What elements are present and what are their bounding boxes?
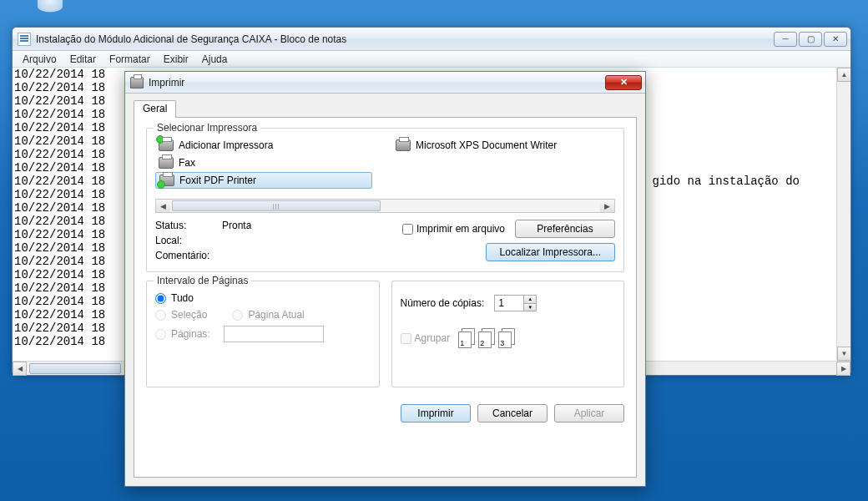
scroll-right-button[interactable]: ▶: [600, 200, 614, 212]
collate-icon: 11 22 33: [458, 328, 515, 348]
group-title: Selecionar Impressora: [154, 122, 260, 134]
group-copies: Número de cópias: ▲ ▼ Agrupar: [391, 281, 625, 387]
collate-checkbox: Agrupar: [401, 332, 451, 344]
scroll-thumb[interactable]: [172, 200, 381, 211]
scroll-down-button[interactable]: ▼: [837, 347, 850, 361]
notepad-title: Instalação do Módulo Adicional de Segura…: [36, 33, 772, 45]
maximize-button[interactable]: ▢: [799, 32, 822, 47]
printer-foxit[interactable]: Foxit PDF Printer: [155, 172, 372, 189]
printer-icon: [159, 175, 174, 186]
radio-all[interactable]: [155, 293, 166, 304]
local-label: Local:: [155, 235, 222, 246]
menu-format[interactable]: Formatar: [103, 52, 157, 67]
printer-add[interactable]: Adicionar Impressora: [155, 137, 372, 154]
print-dialog: Imprimir ✕ Geral Selecionar Impressora A…: [124, 71, 646, 487]
print-dialog-title: Imprimir: [149, 77, 605, 89]
group-title: Intervalo de Páginas: [154, 275, 251, 286]
radio-selection: [155, 310, 166, 321]
radio-pages: [155, 329, 166, 340]
minimize-button[interactable]: ─: [774, 32, 797, 47]
menu-file[interactable]: Arquivo: [16, 52, 63, 67]
spinner-down[interactable]: ▼: [524, 304, 536, 311]
scroll-up-button[interactable]: ▲: [837, 68, 850, 82]
find-printer-button[interactable]: Localizar Impressora...: [486, 243, 615, 261]
print-to-file-input[interactable]: [402, 224, 413, 235]
cancel-button[interactable]: Cancelar: [477, 404, 548, 423]
notepad-menubar: Arquivo Editar Formatar Exibir Ajuda: [13, 51, 850, 68]
pages-input[interactable]: [224, 326, 324, 342]
desktop-icon: [38, 0, 63, 13]
radio-pages-row: Páginas:: [155, 326, 371, 342]
printer-fax[interactable]: Fax: [155, 154, 372, 171]
spinner-up[interactable]: ▲: [524, 296, 536, 304]
menu-view[interactable]: Exibir: [157, 52, 195, 67]
tabpanel-general: Selecionar Impressora Adicionar Impresso…: [134, 117, 637, 478]
print-titlebar[interactable]: Imprimir ✕: [125, 72, 645, 94]
printer-xps[interactable]: Microsoft XPS Document Writer: [392, 137, 609, 154]
printer-list-scrollbar[interactable]: ◀ ▶: [155, 199, 615, 213]
printer-icon: [396, 139, 411, 151]
menu-edit[interactable]: Editar: [63, 52, 103, 67]
close-button[interactable]: ✕: [605, 75, 642, 90]
radio-all-row[interactable]: Tudo: [155, 292, 371, 304]
radio-current-row: Página Atual: [232, 309, 304, 321]
printer-label: Fax: [179, 157, 195, 169]
tabstrip: Geral: [134, 99, 637, 117]
copies-label: Número de cópias:: [401, 297, 485, 309]
printer-label: Foxit PDF Printer: [179, 175, 256, 186]
print-button[interactable]: Imprimir: [401, 404, 471, 423]
notepad-icon: [18, 33, 31, 46]
comment-label: Comentário:: [155, 250, 222, 261]
notepad-titlebar[interactable]: Instalação do Módulo Adicional de Segura…: [13, 28, 850, 51]
group-page-range: Intervalo de Páginas Tudo Seleção Página…: [146, 281, 380, 387]
status-label: Status:: [155, 220, 222, 231]
apply-button: Aplicar: [554, 404, 624, 423]
radio-current: [232, 310, 243, 321]
dialog-footer: Imprimir Cancelar Aplicar: [146, 404, 624, 423]
scroll-left-button[interactable]: ◀: [13, 362, 27, 376]
print-to-file-checkbox[interactable]: Imprimir em arquivo: [402, 223, 505, 235]
scroll-thumb[interactable]: [29, 363, 121, 374]
radio-selection-row: Seleção: [155, 309, 207, 321]
scroll-left-button[interactable]: ◀: [156, 200, 170, 212]
printer-icon: [159, 157, 174, 169]
printer-status-block: Status:Pronta Local: Comentário:: [155, 220, 377, 265]
printer-label: Adicionar Impressora: [179, 139, 273, 151]
printer-list[interactable]: Adicionar Impressora Fax Foxit PDF Print…: [155, 137, 615, 195]
status-value: Pronta: [222, 220, 251, 231]
collate-input: [401, 333, 411, 344]
printer-label: Microsoft XPS Document Writer: [416, 139, 557, 151]
vertical-scrollbar[interactable]: ▲ ▼: [836, 68, 850, 361]
close-button[interactable]: ✕: [824, 32, 847, 47]
menu-help[interactable]: Ajuda: [195, 52, 235, 67]
preferences-button[interactable]: Preferências: [515, 220, 615, 238]
copies-input[interactable]: [495, 296, 523, 311]
printer-icon: [130, 77, 144, 89]
tab-general[interactable]: Geral: [134, 100, 176, 118]
add-printer-icon: [159, 139, 174, 151]
copies-spinner[interactable]: ▲ ▼: [494, 295, 537, 311]
group-select-printer: Selecionar Impressora Adicionar Impresso…: [146, 128, 624, 272]
scroll-right-button[interactable]: ▶: [836, 362, 850, 376]
